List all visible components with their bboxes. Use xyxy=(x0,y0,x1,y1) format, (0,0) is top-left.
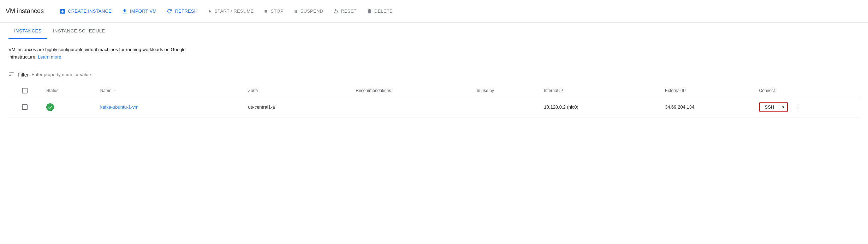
create-instance-icon xyxy=(59,8,66,14)
row-checkbox-cell xyxy=(8,97,41,117)
page-title: VM instances xyxy=(6,7,44,15)
delete-button[interactable]: DELETE xyxy=(362,5,397,18)
stop-icon xyxy=(263,9,268,14)
instance-name-link[interactable]: kafka-ubuntu-1-vm xyxy=(100,104,138,110)
import-vm-button[interactable]: IMPORT VM xyxy=(117,5,161,18)
toolbar-actions: CREATE INSTANCE IMPORT VM REFRESH xyxy=(55,5,397,18)
trash-icon xyxy=(367,8,372,14)
filter-label: Filter xyxy=(18,72,29,78)
row-internalip-cell: 10.128.0.2 (nic0) xyxy=(538,97,659,117)
tab-instances[interactable]: INSTANCES xyxy=(8,23,47,39)
col-header-name[interactable]: Name ↑ xyxy=(95,84,243,97)
row-zone-cell: us-central1-a xyxy=(243,97,350,117)
table-row: kafka-ubuntu-1-vm us-central1-a 10.128.0… xyxy=(8,97,860,117)
learn-more-link[interactable]: Learn more xyxy=(38,54,61,60)
status-running-icon xyxy=(46,103,54,111)
filter-input[interactable] xyxy=(31,72,860,77)
col-header-status: Status xyxy=(41,84,94,97)
main-content: VM instances are highly configurable vir… xyxy=(0,39,868,117)
import-vm-icon xyxy=(121,8,128,14)
filter-row: Filter xyxy=(8,68,860,81)
row-name-cell: kafka-ubuntu-1-vm xyxy=(95,97,243,117)
tab-instance-schedule[interactable]: INSTANCE SCHEDULE xyxy=(47,23,111,39)
row-externalip-cell: 34.69.204.134 xyxy=(659,97,754,117)
stop-button[interactable]: STOP xyxy=(259,5,287,18)
filter-icon xyxy=(8,71,15,79)
tabs-bar: INSTANCES INSTANCE SCHEDULE xyxy=(0,23,868,39)
refresh-button[interactable]: REFRESH xyxy=(162,5,202,18)
ssh-button[interactable]: SSH xyxy=(760,103,779,111)
col-header-externalip: External IP xyxy=(659,84,754,97)
description-text: VM instances are highly configurable vir… xyxy=(8,46,192,61)
svg-rect-0 xyxy=(265,10,267,12)
dropdown-arrow-icon: ▾ xyxy=(782,105,784,110)
select-all-checkbox[interactable] xyxy=(22,88,28,93)
row-recommendations-cell xyxy=(350,97,471,117)
sort-arrow-name: ↑ xyxy=(114,89,116,93)
row-inuseby-cell xyxy=(471,97,538,117)
start-resume-button[interactable]: START / RESUME xyxy=(203,5,258,18)
col-header-recommendations: Recommendations xyxy=(350,84,471,97)
ssh-dropdown-button[interactable]: ▾ xyxy=(779,103,787,111)
table-header-row: Status Name ↑ Zone Recommendations In us… xyxy=(8,84,860,97)
create-instance-button[interactable]: CREATE INSTANCE xyxy=(55,5,116,18)
suspend-button[interactable]: SUSPEND xyxy=(289,5,328,18)
more-options-button[interactable]: ⋮ xyxy=(791,102,803,113)
row-status-cell xyxy=(41,97,94,117)
instances-table: Status Name ↑ Zone Recommendations In us… xyxy=(8,84,860,117)
col-header-internalip: Internal IP xyxy=(538,84,659,97)
col-header-connect: Connect xyxy=(754,84,860,97)
col-header-zone: Zone xyxy=(243,84,350,97)
play-icon xyxy=(207,9,212,14)
refresh-icon xyxy=(166,8,173,14)
ssh-button-group: SSH ▾ xyxy=(759,102,788,112)
col-header-inuseby: In use by xyxy=(471,84,538,97)
row-connect-cell: SSH ▾ ⋮ xyxy=(754,97,860,117)
col-header-checkbox xyxy=(8,84,41,97)
row-checkbox[interactable] xyxy=(22,104,28,110)
more-icon: ⋮ xyxy=(793,103,801,111)
suspend-icon xyxy=(293,9,298,14)
reset-icon xyxy=(333,8,339,14)
reset-button[interactable]: RESET xyxy=(329,5,361,18)
toolbar: VM instances CREATE INSTANCE IMPORT VM xyxy=(0,0,868,23)
